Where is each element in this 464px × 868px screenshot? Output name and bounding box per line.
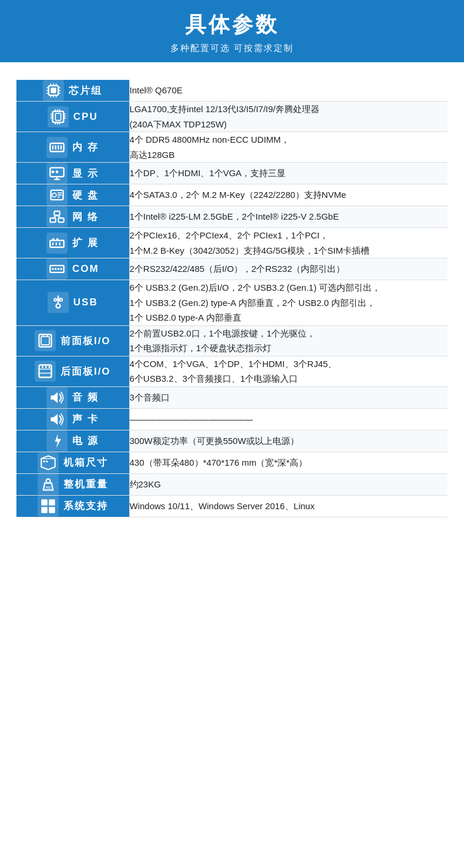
label-cell-display: 显 示 [16, 163, 129, 184]
cpu-icon [48, 106, 69, 127]
svg-rect-29 [52, 145, 53, 149]
svg-rect-45 [59, 218, 64, 222]
svg-rect-1 [51, 88, 56, 93]
svg-rect-50 [56, 238, 59, 240]
label-text-audio: 音 频 [72, 391, 99, 404]
weight-icon: KG [38, 474, 59, 495]
usb-icon [48, 292, 69, 313]
svg-rect-32 [60, 145, 62, 149]
value-cell-memory: 4个 DDR5 4800MHz non-ECC UDIMM，高达128GB [129, 132, 448, 163]
label-cell-storage: 硬 盘 [16, 184, 129, 206]
svg-rect-65 [41, 337, 49, 345]
svg-rect-82 [49, 499, 55, 506]
value-cell-weight: 约23KG [129, 473, 448, 495]
label-cell-usb: USB [16, 280, 129, 326]
value-cell-expansion: 2个PCIex16、2个PCIex4、2个 PCIex1，1个PCI，1个M.2… [129, 228, 448, 258]
label-text-expansion: 扩 展 [72, 236, 99, 250]
svg-rect-51 [52, 242, 53, 245]
svg-text:KG: KG [46, 486, 51, 489]
svg-point-73 [48, 366, 51, 368]
storage-icon [46, 184, 68, 206]
value-cell-display: 1个DP、1个HDMI、1个VGA，支持三显 [129, 163, 448, 184]
svg-point-77 [43, 460, 45, 462]
svg-rect-84 [49, 507, 55, 513]
svg-rect-52 [56, 242, 57, 245]
power-icon [46, 430, 68, 452]
label-text-weight: 整机重量 [63, 477, 108, 491]
svg-point-78 [46, 460, 48, 462]
label-text-front-io: 前面板I/O [60, 334, 111, 348]
svg-rect-49 [52, 238, 55, 240]
spec-row-power: 电 源300W额定功率（可更换550W或以上电源） [16, 430, 448, 452]
spec-row-display: 显 示1个DP、1个HDMI、1个VGA，支持三显 [16, 163, 448, 184]
page-subtitle: 多种配置可选 可按需求定制 [0, 43, 464, 54]
page-title: 具体参数 [0, 11, 464, 39]
audio-icon [46, 387, 68, 408]
spec-row-chipset: 芯片组Intel® Q670E [16, 80, 448, 102]
value-cell-soundcard: —————————————— [129, 408, 448, 430]
value-cell-chipset: Intel® Q670E [129, 80, 448, 102]
label-text-soundcard: 声 卡 [72, 412, 99, 426]
svg-point-58 [60, 268, 62, 270]
spec-row-rear-io: 后面板I/O4个COM、1个VGA、1个DP、1个HDMI、3个RJ45、6个U… [16, 356, 448, 386]
value-cell-usb: 6个 USB3.2 (Gen.2)后I/O，2个 USB3.2 (Gen.1) … [129, 280, 448, 326]
value-cell-com: 2个RS232/422/485（后I/O），2个RS232（内部引出） [129, 258, 448, 280]
label-cell-soundcard: 声 卡 [16, 408, 129, 430]
value-cell-audio: 3个音频口 [129, 386, 448, 408]
spec-row-soundcard: 声 卡—————————————— [16, 408, 448, 430]
svg-rect-43 [51, 218, 56, 222]
svg-point-55 [52, 268, 54, 270]
value-cell-front-io: 2个前置USB2.0口，1个电源按键，1个光驱位，1个电源指示灯，1个硬盘状态指… [129, 325, 448, 356]
spec-row-cpu: CPULGA1700,支持intel 12/13代I3/I5/I7/I9/奔腾处… [16, 102, 448, 132]
label-text-network: 网 络 [72, 210, 99, 224]
svg-point-36 [52, 170, 55, 173]
label-cell-audio: 音 频 [16, 386, 129, 408]
spec-row-os: 系统支持Windows 10/11、Windows Server 2016、Li… [16, 495, 448, 517]
label-text-cpu: CPU [73, 111, 98, 123]
spec-row-chassis: 机箱尺寸430（带耳朵480）*470*176 mm（宽*深*高） [16, 452, 448, 473]
label-text-display: 显 示 [72, 167, 99, 180]
label-cell-chipset: 芯片组 [16, 80, 129, 102]
os-icon [38, 496, 59, 517]
spec-row-audio: 音 频3个音频口 [16, 386, 448, 408]
svg-rect-30 [55, 145, 56, 149]
label-text-com: COM [72, 263, 99, 275]
front-io-icon [35, 330, 56, 351]
label-text-os: 系统支持 [63, 499, 108, 513]
svg-point-57 [57, 268, 59, 270]
main-content: 芯片组Intel® Q670ECPULGA1700,支持intel 12/13代… [0, 62, 464, 541]
label-cell-com: COM [16, 258, 129, 280]
value-cell-cpu: LGA1700,支持intel 12/13代I3/I5/I7/I9/奔腾处理器(… [129, 102, 448, 132]
label-cell-cpu: CPU [16, 102, 129, 132]
svg-point-71 [41, 366, 43, 368]
svg-point-39 [52, 193, 56, 197]
svg-rect-81 [41, 499, 48, 506]
label-text-power: 电 源 [72, 434, 99, 448]
network-icon [46, 206, 68, 227]
label-cell-weight: KG整机重量 [16, 473, 129, 495]
chassis-icon [38, 452, 59, 473]
svg-rect-62 [59, 298, 62, 301]
label-cell-os: 系统支持 [16, 495, 129, 517]
spec-row-com: COM2个RS232/422/485（后I/O），2个RS232（内部引出） [16, 258, 448, 280]
label-cell-network: 网 络 [16, 206, 129, 228]
label-cell-chassis: 机箱尺寸 [16, 452, 129, 473]
svg-rect-53 [59, 242, 60, 245]
expansion-icon [46, 233, 68, 254]
rear-io-icon [35, 361, 56, 382]
svg-marker-74 [51, 392, 58, 403]
memory-icon [46, 137, 68, 158]
value-cell-rear-io: 4个COM、1个VGA、1个DP、1个HDMI、3个RJ45、6个USB3.2、… [129, 356, 448, 386]
svg-rect-83 [41, 507, 48, 513]
svg-rect-31 [58, 145, 59, 149]
spec-row-front-io: 前面板I/O2个前置USB2.0口，1个电源按键，1个光驱位，1个电源指示灯，1… [16, 325, 448, 356]
svg-point-72 [45, 366, 47, 368]
label-text-memory: 内 存 [72, 140, 99, 154]
svg-point-61 [54, 298, 57, 301]
svg-marker-75 [51, 413, 58, 425]
com-icon [46, 258, 68, 280]
spec-row-usb: USB6个 USB3.2 (Gen.2)后I/O，2个 USB3.2 (Gen.… [16, 280, 448, 326]
label-text-storage: 硬 盘 [72, 189, 99, 202]
label-cell-rear-io: 后面板I/O [16, 356, 129, 386]
soundcard-icon [46, 409, 68, 430]
